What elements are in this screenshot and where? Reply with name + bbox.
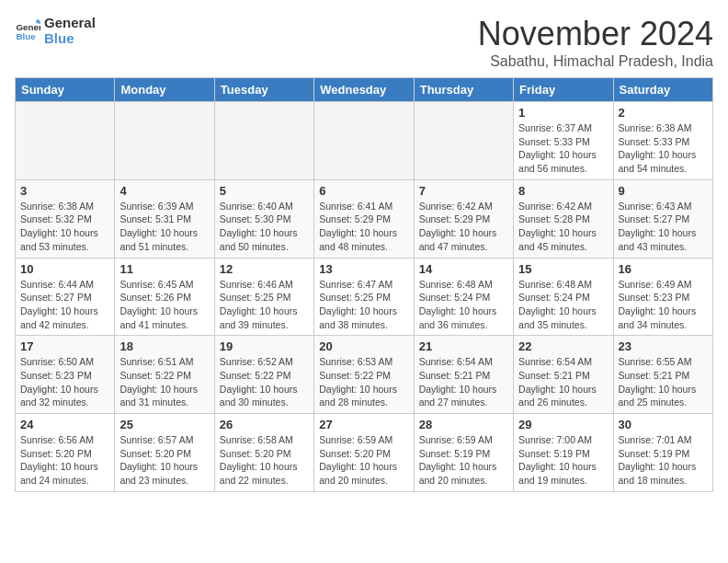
- weekday-header-sunday: Sunday: [16, 78, 115, 102]
- day-number: 17: [20, 339, 109, 353]
- calendar-cell: 13Sunrise: 6:47 AM Sunset: 5:25 PM Dayli…: [314, 258, 414, 336]
- day-number: 29: [518, 418, 608, 431]
- calendar-cell: [214, 102, 313, 180]
- day-number: 18: [119, 339, 209, 353]
- day-info: Sunrise: 6:44 AM Sunset: 5:27 PM Dayligh…: [20, 278, 109, 332]
- calendar-cell: 23Sunrise: 6:55 AM Sunset: 5:21 PM Dayli…: [613, 336, 712, 414]
- logo: General Blue General Blue: [15, 15, 96, 46]
- calendar: SundayMondayTuesdayWednesdayThursdayFrid…: [15, 77, 713, 492]
- logo-blue: Blue: [44, 30, 96, 46]
- day-info: Sunrise: 6:37 AM Sunset: 5:33 PM Dayligh…: [518, 121, 608, 176]
- calendar-body: 1Sunrise: 6:37 AM Sunset: 5:33 PM Daylig…: [16, 102, 713, 492]
- calendar-cell: 16Sunrise: 6:49 AM Sunset: 5:23 PM Dayli…: [613, 258, 712, 336]
- calendar-cell: 19Sunrise: 6:52 AM Sunset: 5:22 PM Dayli…: [214, 336, 313, 414]
- calendar-cell: [314, 102, 414, 180]
- weekday-header-thursday: Thursday: [414, 78, 513, 102]
- weekday-header-wednesday: Wednesday: [314, 78, 414, 102]
- calendar-cell: 8Sunrise: 6:42 AM Sunset: 5:28 PM Daylig…: [514, 179, 613, 258]
- calendar-cell: 30Sunrise: 7:01 AM Sunset: 5:19 PM Dayli…: [613, 414, 712, 492]
- calendar-cell: 20Sunrise: 6:53 AM Sunset: 5:22 PM Dayli…: [314, 336, 414, 414]
- weekday-header-friday: Friday: [514, 78, 613, 102]
- day-info: Sunrise: 6:53 AM Sunset: 5:22 PM Dayligh…: [319, 355, 408, 409]
- calendar-cell: 21Sunrise: 6:54 AM Sunset: 5:21 PM Dayli…: [414, 336, 513, 414]
- day-info: Sunrise: 6:58 AM Sunset: 5:20 PM Dayligh…: [220, 433, 309, 488]
- day-number: 15: [518, 262, 608, 276]
- calendar-week-4: 17Sunrise: 6:50 AM Sunset: 5:23 PM Dayli…: [16, 336, 713, 414]
- calendar-cell: [16, 102, 115, 180]
- day-number: 19: [220, 339, 309, 353]
- calendar-cell: 7Sunrise: 6:42 AM Sunset: 5:29 PM Daylig…: [414, 179, 513, 258]
- day-number: 30: [619, 418, 708, 431]
- day-info: Sunrise: 7:00 AM Sunset: 5:19 PM Dayligh…: [518, 433, 608, 488]
- logo-general: General: [44, 15, 96, 30]
- day-info: Sunrise: 6:55 AM Sunset: 5:21 PM Dayligh…: [619, 355, 708, 409]
- calendar-cell: 17Sunrise: 6:50 AM Sunset: 5:23 PM Dayli…: [16, 336, 115, 414]
- day-info: Sunrise: 6:48 AM Sunset: 5:24 PM Dayligh…: [518, 278, 608, 332]
- day-info: Sunrise: 6:41 AM Sunset: 5:29 PM Dayligh…: [319, 200, 408, 254]
- calendar-week-5: 24Sunrise: 6:56 AM Sunset: 5:20 PM Dayli…: [16, 414, 713, 492]
- day-info: Sunrise: 6:47 AM Sunset: 5:25 PM Dayligh…: [319, 278, 408, 332]
- calendar-cell: 29Sunrise: 7:00 AM Sunset: 5:19 PM Dayli…: [514, 414, 613, 492]
- day-number: 2: [619, 106, 708, 120]
- day-info: Sunrise: 6:48 AM Sunset: 5:24 PM Dayligh…: [419, 278, 508, 332]
- day-number: 27: [319, 418, 408, 431]
- day-info: Sunrise: 6:46 AM Sunset: 5:25 PM Dayligh…: [220, 278, 309, 332]
- day-info: Sunrise: 6:56 AM Sunset: 5:20 PM Dayligh…: [20, 433, 109, 488]
- day-number: 6: [319, 184, 408, 198]
- day-info: Sunrise: 6:42 AM Sunset: 5:28 PM Dayligh…: [518, 200, 608, 254]
- day-number: 16: [619, 262, 708, 276]
- calendar-cell: 12Sunrise: 6:46 AM Sunset: 5:25 PM Dayli…: [214, 258, 313, 336]
- calendar-cell: 14Sunrise: 6:48 AM Sunset: 5:24 PM Dayli…: [414, 258, 513, 336]
- calendar-cell: 24Sunrise: 6:56 AM Sunset: 5:20 PM Dayli…: [16, 414, 115, 492]
- day-number: 11: [119, 262, 209, 276]
- calendar-week-2: 3Sunrise: 6:38 AM Sunset: 5:32 PM Daylig…: [16, 179, 713, 258]
- calendar-cell: 2Sunrise: 6:38 AM Sunset: 5:33 PM Daylig…: [613, 102, 712, 180]
- calendar-cell: 3Sunrise: 6:38 AM Sunset: 5:32 PM Daylig…: [16, 179, 115, 258]
- day-number: 28: [419, 418, 508, 431]
- day-info: Sunrise: 6:59 AM Sunset: 5:20 PM Dayligh…: [319, 433, 408, 488]
- svg-text:Blue: Blue: [16, 31, 36, 41]
- day-info: Sunrise: 6:52 AM Sunset: 5:22 PM Dayligh…: [220, 355, 309, 409]
- day-info: Sunrise: 6:40 AM Sunset: 5:30 PM Dayligh…: [220, 200, 309, 254]
- calendar-week-3: 10Sunrise: 6:44 AM Sunset: 5:27 PM Dayli…: [16, 258, 713, 336]
- day-info: Sunrise: 6:38 AM Sunset: 5:32 PM Dayligh…: [20, 200, 109, 254]
- day-number: 23: [619, 339, 708, 353]
- day-number: 10: [20, 262, 109, 276]
- day-number: 5: [220, 184, 309, 198]
- calendar-cell: 25Sunrise: 6:57 AM Sunset: 5:20 PM Dayli…: [115, 414, 214, 492]
- location: Sabathu, Himachal Pradesh, India: [478, 53, 713, 70]
- calendar-cell: 1Sunrise: 6:37 AM Sunset: 5:33 PM Daylig…: [514, 102, 613, 180]
- weekday-header-saturday: Saturday: [613, 78, 712, 102]
- day-number: 3: [20, 184, 109, 198]
- day-info: Sunrise: 6:57 AM Sunset: 5:20 PM Dayligh…: [119, 433, 209, 488]
- calendar-cell: 18Sunrise: 6:51 AM Sunset: 5:22 PM Dayli…: [115, 336, 214, 414]
- calendar-header-row: SundayMondayTuesdayWednesdayThursdayFrid…: [16, 78, 713, 102]
- day-number: 8: [518, 184, 608, 198]
- day-info: Sunrise: 6:54 AM Sunset: 5:21 PM Dayligh…: [419, 355, 508, 409]
- day-number: 25: [119, 418, 209, 431]
- day-info: Sunrise: 6:42 AM Sunset: 5:29 PM Dayligh…: [419, 200, 508, 254]
- day-info: Sunrise: 6:49 AM Sunset: 5:23 PM Dayligh…: [619, 278, 708, 332]
- calendar-cell: 9Sunrise: 6:43 AM Sunset: 5:27 PM Daylig…: [613, 179, 712, 258]
- day-number: 1: [518, 106, 608, 120]
- day-info: Sunrise: 6:59 AM Sunset: 5:19 PM Dayligh…: [419, 433, 508, 488]
- day-info: Sunrise: 6:45 AM Sunset: 5:26 PM Dayligh…: [119, 278, 209, 332]
- calendar-cell: 4Sunrise: 6:39 AM Sunset: 5:31 PM Daylig…: [115, 179, 214, 258]
- calendar-cell: 26Sunrise: 6:58 AM Sunset: 5:20 PM Dayli…: [214, 414, 313, 492]
- calendar-cell: 22Sunrise: 6:54 AM Sunset: 5:21 PM Dayli…: [514, 336, 613, 414]
- weekday-header-tuesday: Tuesday: [214, 78, 313, 102]
- day-number: 20: [319, 339, 408, 353]
- day-info: Sunrise: 7:01 AM Sunset: 5:19 PM Dayligh…: [619, 433, 708, 488]
- day-number: 26: [220, 418, 309, 431]
- month-title: November 2024: [478, 15, 713, 53]
- day-number: 14: [419, 262, 508, 276]
- day-number: 9: [619, 184, 708, 198]
- day-number: 12: [220, 262, 309, 276]
- day-info: Sunrise: 6:51 AM Sunset: 5:22 PM Dayligh…: [119, 355, 209, 409]
- title-block: November 2024 Sabathu, Himachal Pradesh,…: [478, 15, 713, 70]
- day-number: 13: [319, 262, 408, 276]
- day-number: 7: [419, 184, 508, 198]
- calendar-cell: 15Sunrise: 6:48 AM Sunset: 5:24 PM Dayli…: [514, 258, 613, 336]
- day-info: Sunrise: 6:38 AM Sunset: 5:33 PM Dayligh…: [619, 121, 708, 176]
- calendar-cell: 10Sunrise: 6:44 AM Sunset: 5:27 PM Dayli…: [16, 258, 115, 336]
